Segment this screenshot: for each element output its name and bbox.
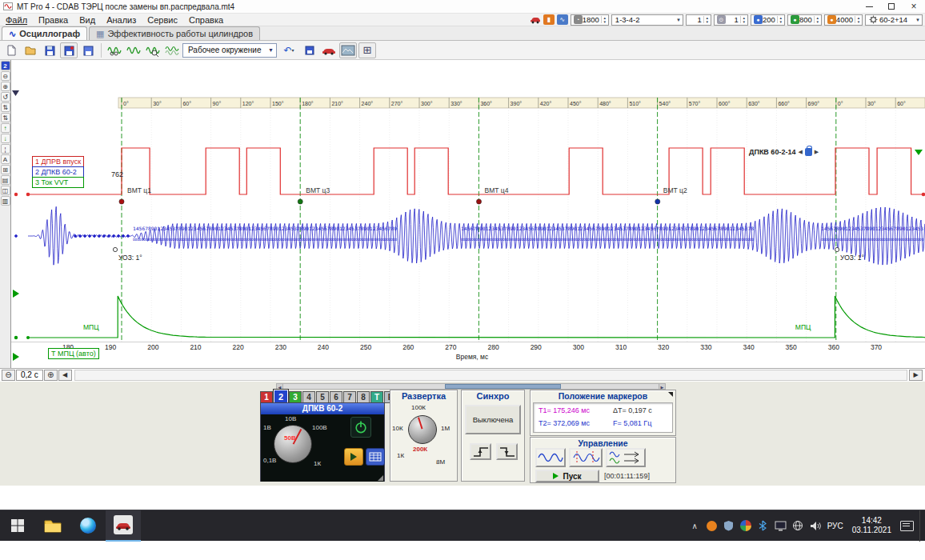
view-wave-markers-button[interactable] [569,448,603,467]
playback-mode-icon[interactable]: ∿ [557,14,568,25]
start-button[interactable]: Пуск [535,470,599,482]
layout-rows-icon[interactable]: ▤ [1,175,10,185]
start-button[interactable] [0,510,35,542]
vehicle-data-button[interactable] [320,42,338,58]
view-waveform-button[interactable] [106,42,123,58]
menu-item[interactable]: Сервис [142,15,183,25]
offset-step-icon[interactable]: ⇅ [1,113,10,122]
record-mode-icon[interactable]: ▮ [543,14,555,25]
channels-spinner[interactable]: 1 ▴▾ [686,14,711,26]
workspace-combo[interactable]: Рабочее окружение▼ [182,43,277,58]
oscilloscope-area[interactable]: 2⊖⊕↺⇅⇅↑↓¦A⊞▤◫▥ 0°30°60°90°120°150°180°21… [0,60,925,368]
channel-play-button[interactable] [344,448,363,466]
sync-rising-edge-button[interactable] [470,443,491,460]
cursor-ruler-icon[interactable]: ¦ [1,144,10,154]
waveform-button[interactable] [125,42,142,58]
channel-button-7[interactable]: 7 [343,391,356,403]
voltage-range-knob[interactable] [274,425,312,463]
legend-item[interactable]: 1 ДПРВ впуск [32,156,84,167]
next-marker-icon[interactable]: ▶ [815,149,819,155]
volume-icon[interactable] [810,520,822,532]
labels-icon[interactable]: A [1,154,10,164]
mtpro-app-icon[interactable] [106,510,141,542]
tab-oscilloscope[interactable]: ∿ Осциллограф [2,26,87,40]
tdc-marker-dot[interactable] [298,199,302,204]
legend-item[interactable]: 2 ДПКВ 60-2 [32,166,84,178]
channel-button-5[interactable]: 5 [316,391,329,403]
bluetooth-icon[interactable] [757,520,769,532]
active-channel-badge[interactable]: 2 [1,61,10,70]
screenshot-button[interactable] [339,42,357,58]
channel-button-1[interactable]: 1 [260,391,273,403]
sync-mode-button[interactable]: Выключена [465,405,521,434]
browser-icon[interactable] [70,510,106,542]
move-trace-up-icon[interactable]: ↑ [1,123,10,133]
view-single-wave-button[interactable] [535,448,566,467]
channel-table-button[interactable] [366,448,385,466]
channel-button-T[interactable]: T [370,391,383,403]
maximize-button[interactable] [880,0,903,14]
scroll-left-button[interactable]: ◀ [58,370,72,381]
tdc-marker-dot[interactable] [119,199,124,204]
layout-split-icon[interactable]: ◫ [1,186,10,195]
tdc-marker-dot[interactable] [476,199,481,204]
vehicle-icon[interactable] [530,14,541,25]
scroll-indicator-icon[interactable] [915,150,923,155]
zoom-in-icon[interactable]: ⊕ [1,82,10,91]
layout-grid-icon[interactable]: ▥ [1,196,10,206]
grid-toggle-icon[interactable]: ⊞ [1,165,10,174]
tray-update-icon[interactable] [707,521,717,531]
action-center-icon[interactable] [900,521,914,531]
crank-wheel-combo[interactable]: 60-2+14▼ [865,14,923,26]
new-file-button[interactable] [2,42,20,58]
scope-plot[interactable]: 0°30°60°90°120°150°180°210°240°270°300°3… [11,60,925,368]
cylinder-spinner[interactable]: ⊙ 1 ▴▾ [714,14,748,26]
save-button[interactable] [41,42,58,58]
legend-item[interactable]: 3 Ток VVT [32,177,84,188]
network-icon[interactable] [792,520,804,532]
zoom-reset-icon[interactable]: ↺ [1,92,10,102]
tray-shield-icon[interactable] [723,520,735,532]
scroll-track[interactable] [74,370,907,381]
hidden-icons-chevron[interactable]: ∧ [689,520,701,532]
show-desktop-sliver[interactable] [919,510,922,542]
move-trace-down-icon[interactable]: ↓ [1,134,10,143]
view-multi-wave-button[interactable] [606,448,646,467]
prev-marker-icon[interactable]: ◀ [798,149,802,155]
threshold-200-spinner[interactable]: ● 200 ▴▾ [751,14,785,26]
clock[interactable]: 14:42 03.11.2021 [849,516,895,535]
resize-handle-icon[interactable] [378,475,383,481]
overlay-waveform-button[interactable] [163,42,181,58]
menu-item[interactable]: Вид [74,15,101,25]
channel-button-3[interactable]: 3 [289,391,302,403]
minimize-button[interactable] [858,0,880,14]
close-button[interactable]: × [903,0,925,14]
menu-item[interactable]: Файл [0,15,33,25]
firing-order-combo[interactable]: 1-3-4-2▼ [611,14,683,26]
time-zoom-in-button[interactable]: ⊕ [44,370,58,381]
panel-scroll-right-icon[interactable]: ▶ [659,383,666,390]
channel-button-2[interactable]: 2 [274,390,288,403]
zoom-out-icon[interactable]: ⊖ [1,71,10,81]
channel-button-6[interactable]: 6 [330,391,342,403]
quick-save-button[interactable] [301,42,318,58]
sync-falling-edge-button[interactable] [496,443,518,460]
menu-item[interactable]: Справка [183,15,229,25]
file-explorer-icon[interactable] [35,510,70,542]
save-as-button[interactable] [60,42,78,58]
export-button[interactable] [79,42,97,58]
threshold-800-spinner[interactable]: ● 800 ▴▾ [787,14,822,26]
open-file-button[interactable] [22,42,39,58]
channel-button-8[interactable]: 8 [357,391,370,403]
tray-color-app-icon[interactable] [740,520,751,531]
menu-item[interactable]: Анализ [101,15,142,25]
tab-cylinder-efficiency[interactable]: ▦ Эффективность работы цилиндров [89,26,260,40]
channel-power-button[interactable] [350,417,371,438]
panel-scroll-thumb[interactable] [445,384,561,389]
scale-step-icon[interactable]: ⇅ [1,102,10,112]
display-icon[interactable] [775,520,787,532]
undo-button[interactable]: ↶▾ [278,42,299,58]
menu-item[interactable]: Правка [33,15,74,25]
panel-scroll-left-icon[interactable]: ◀ [276,383,283,390]
sweep-knob[interactable] [408,415,437,444]
